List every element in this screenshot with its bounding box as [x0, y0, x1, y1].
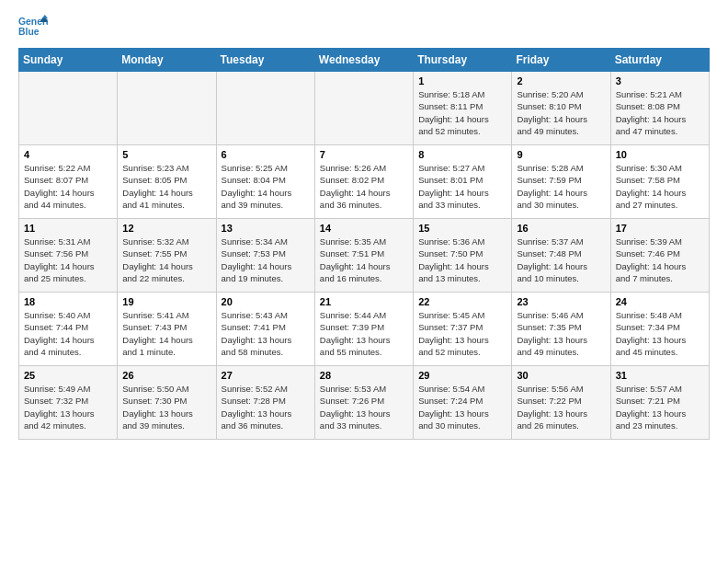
day-number: 28: [320, 370, 408, 381]
day-info: Sunrise: 5:39 AMSunset: 7:46 PMDaylight:…: [616, 236, 704, 284]
day-number: 7: [320, 149, 408, 160]
day-number: 17: [616, 223, 704, 234]
weekday-header-thursday: Thursday: [414, 49, 512, 72]
day-info: Sunrise: 5:32 AMSunset: 7:55 PMDaylight:…: [122, 236, 210, 284]
day-number: 3: [616, 75, 704, 86]
calendar-cell: 28Sunrise: 5:53 AMSunset: 7:26 PMDayligh…: [314, 366, 413, 440]
calendar-cell: 7Sunrise: 5:26 AMSunset: 8:02 PMDaylight…: [314, 145, 413, 219]
day-info: Sunrise: 5:52 AMSunset: 7:28 PMDaylight:…: [222, 383, 310, 431]
weekday-header-sunday: Sunday: [19, 49, 118, 72]
calendar-cell: 27Sunrise: 5:52 AMSunset: 7:28 PMDayligh…: [216, 366, 314, 440]
day-number: 6: [222, 149, 310, 160]
day-info: Sunrise: 5:31 AMSunset: 7:56 PMDaylight:…: [24, 236, 112, 284]
day-number: 23: [517, 296, 605, 307]
day-info: Sunrise: 5:37 AMSunset: 7:48 PMDaylight:…: [517, 236, 605, 284]
day-info: Sunrise: 5:21 AMSunset: 8:08 PMDaylight:…: [616, 88, 704, 137]
day-number: 8: [418, 149, 506, 160]
day-info: Sunrise: 5:41 AMSunset: 7:43 PMDaylight:…: [122, 309, 210, 358]
day-info: Sunrise: 5:25 AMSunset: 8:04 PMDaylight:…: [222, 162, 310, 211]
day-number: 9: [517, 149, 605, 160]
calendar-table: SundayMondayTuesdayWednesdayThursdayFrid…: [18, 48, 710, 440]
day-number: 4: [24, 149, 112, 160]
day-info: Sunrise: 5:49 AMSunset: 7:32 PMDaylight:…: [24, 383, 112, 431]
weekday-header-friday: Friday: [512, 49, 610, 72]
calendar-cell: 25Sunrise: 5:49 AMSunset: 7:32 PMDayligh…: [19, 366, 118, 440]
day-info: Sunrise: 5:56 AMSunset: 7:22 PMDaylight:…: [517, 383, 605, 431]
calendar-cell: 13Sunrise: 5:34 AMSunset: 7:53 PMDayligh…: [216, 219, 314, 293]
day-info: Sunrise: 5:26 AMSunset: 8:02 PMDaylight:…: [320, 162, 408, 211]
day-number: 2: [517, 75, 605, 86]
day-info: Sunrise: 5:20 AMSunset: 8:10 PMDaylight:…: [517, 88, 605, 137]
calendar-cell: [19, 72, 118, 145]
day-info: Sunrise: 5:43 AMSunset: 7:41 PMDaylight:…: [222, 309, 310, 358]
day-info: Sunrise: 5:34 AMSunset: 7:53 PMDaylight:…: [222, 236, 310, 284]
weekday-header-tuesday: Tuesday: [216, 49, 314, 72]
calendar-cell: 3Sunrise: 5:21 AMSunset: 8:08 PMDaylight…: [610, 72, 709, 145]
svg-text:Blue: Blue: [18, 27, 40, 37]
calendar-cell: 12Sunrise: 5:32 AMSunset: 7:55 PMDayligh…: [118, 219, 216, 293]
day-number: 25: [24, 370, 112, 381]
day-number: 21: [320, 296, 408, 307]
calendar-cell: 21Sunrise: 5:44 AMSunset: 7:39 PMDayligh…: [314, 293, 413, 366]
day-number: 11: [24, 223, 112, 234]
day-info: Sunrise: 5:22 AMSunset: 8:07 PMDaylight:…: [24, 162, 112, 211]
day-number: 31: [616, 370, 704, 381]
day-info: Sunrise: 5:23 AMSunset: 8:05 PMDaylight:…: [122, 162, 210, 211]
day-info: Sunrise: 5:35 AMSunset: 7:51 PMDaylight:…: [320, 236, 408, 284]
day-number: 14: [320, 223, 408, 234]
day-number: 1: [418, 75, 506, 86]
weekday-header-saturday: Saturday: [610, 49, 709, 72]
day-number: 10: [616, 149, 704, 160]
calendar-cell: 1Sunrise: 5:18 AMSunset: 8:11 PMDaylight…: [414, 72, 512, 145]
day-number: 18: [24, 296, 112, 307]
day-number: 29: [418, 370, 506, 381]
day-info: Sunrise: 5:57 AMSunset: 7:21 PMDaylight:…: [616, 383, 704, 431]
day-info: Sunrise: 5:18 AMSunset: 8:11 PMDaylight:…: [418, 88, 506, 137]
day-info: Sunrise: 5:28 AMSunset: 7:59 PMDaylight:…: [517, 162, 605, 211]
calendar-cell: 4Sunrise: 5:22 AMSunset: 8:07 PMDaylight…: [19, 145, 118, 219]
calendar-cell: 2Sunrise: 5:20 AMSunset: 8:10 PMDaylight…: [512, 72, 610, 145]
day-info: Sunrise: 5:30 AMSunset: 7:58 PMDaylight:…: [616, 162, 704, 211]
calendar-cell: 22Sunrise: 5:45 AMSunset: 7:37 PMDayligh…: [414, 293, 512, 366]
calendar-cell: 19Sunrise: 5:41 AMSunset: 7:43 PMDayligh…: [118, 293, 216, 366]
calendar-cell: 24Sunrise: 5:48 AMSunset: 7:34 PMDayligh…: [610, 293, 709, 366]
day-info: Sunrise: 5:46 AMSunset: 7:35 PMDaylight:…: [517, 309, 605, 358]
day-info: Sunrise: 5:40 AMSunset: 7:44 PMDaylight:…: [24, 309, 112, 358]
day-number: 16: [517, 223, 605, 234]
day-info: Sunrise: 5:48 AMSunset: 7:34 PMDaylight:…: [616, 309, 704, 358]
day-number: 5: [122, 149, 210, 160]
day-info: Sunrise: 5:36 AMSunset: 7:50 PMDaylight:…: [418, 236, 506, 284]
day-number: 22: [418, 296, 506, 307]
day-info: Sunrise: 5:44 AMSunset: 7:39 PMDaylight:…: [320, 309, 408, 358]
calendar-cell: 5Sunrise: 5:23 AMSunset: 8:05 PMDaylight…: [118, 145, 216, 219]
day-number: 27: [222, 370, 310, 381]
day-number: 13: [222, 223, 310, 234]
day-info: Sunrise: 5:53 AMSunset: 7:26 PMDaylight:…: [320, 383, 408, 431]
calendar-cell: 10Sunrise: 5:30 AMSunset: 7:58 PMDayligh…: [610, 145, 709, 219]
day-number: 20: [222, 296, 310, 307]
day-number: 15: [418, 223, 506, 234]
calendar-cell: 15Sunrise: 5:36 AMSunset: 7:50 PMDayligh…: [414, 219, 512, 293]
calendar-cell: 20Sunrise: 5:43 AMSunset: 7:41 PMDayligh…: [216, 293, 314, 366]
logo: General Blue: [18, 15, 53, 40]
calendar-cell: 31Sunrise: 5:57 AMSunset: 7:21 PMDayligh…: [610, 366, 709, 440]
logo-icon: General Blue: [18, 15, 48, 40]
calendar-cell: 29Sunrise: 5:54 AMSunset: 7:24 PMDayligh…: [414, 366, 512, 440]
weekday-header-wednesday: Wednesday: [314, 49, 413, 72]
day-number: 12: [122, 223, 210, 234]
calendar-cell: 8Sunrise: 5:27 AMSunset: 8:01 PMDaylight…: [414, 145, 512, 219]
calendar-cell: 23Sunrise: 5:46 AMSunset: 7:35 PMDayligh…: [512, 293, 610, 366]
day-info: Sunrise: 5:27 AMSunset: 8:01 PMDaylight:…: [418, 162, 506, 211]
day-info: Sunrise: 5:50 AMSunset: 7:30 PMDaylight:…: [122, 383, 210, 431]
day-number: 24: [616, 296, 704, 307]
calendar-cell: 30Sunrise: 5:56 AMSunset: 7:22 PMDayligh…: [512, 366, 610, 440]
calendar-cell: 11Sunrise: 5:31 AMSunset: 7:56 PMDayligh…: [19, 219, 118, 293]
day-number: 19: [122, 296, 210, 307]
day-number: 26: [122, 370, 210, 381]
weekday-header-monday: Monday: [118, 49, 216, 72]
calendar-cell: [216, 72, 314, 145]
calendar-cell: 26Sunrise: 5:50 AMSunset: 7:30 PMDayligh…: [118, 366, 216, 440]
day-info: Sunrise: 5:54 AMSunset: 7:24 PMDaylight:…: [418, 383, 506, 431]
calendar-cell: 9Sunrise: 5:28 AMSunset: 7:59 PMDaylight…: [512, 145, 610, 219]
calendar-cell: 17Sunrise: 5:39 AMSunset: 7:46 PMDayligh…: [610, 219, 709, 293]
